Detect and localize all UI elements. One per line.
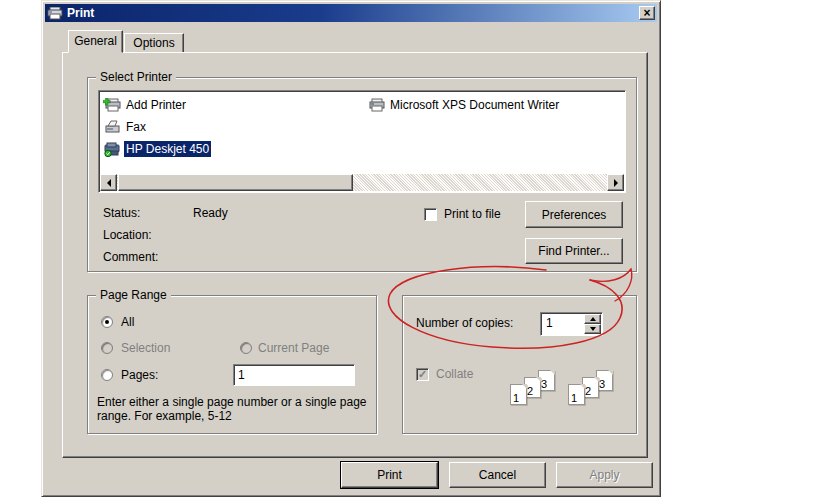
radio-selection-label: Selection [121, 341, 170, 355]
page-range-help-text: Enter either a single page number or a s… [97, 395, 375, 423]
collate-label: Collate [436, 367, 473, 381]
collate-page-number: 1 [513, 392, 519, 404]
printer-name: Microsoft XPS Document Writer [388, 97, 561, 113]
collate-page-number: 2 [527, 385, 533, 397]
status-value: Ready [193, 206, 228, 220]
preferences-button-label: Preferences [542, 208, 607, 222]
list-item-selected[interactable]: HP Deskjet 450 [103, 140, 211, 158]
default-printer-icon [103, 142, 121, 157]
spin-down-icon [590, 327, 596, 331]
collate-check-icon: ✓ [418, 369, 427, 380]
print-to-file-label: Print to file [444, 207, 501, 221]
number-of-copies-value[interactable]: 1 [546, 316, 553, 330]
preferences-button[interactable]: Preferences [525, 201, 623, 228]
tab-page-general: Select Printer Add Printer [62, 52, 648, 458]
cancel-button-label: Cancel [479, 468, 516, 482]
pages-input[interactable]: 1 [233, 364, 355, 386]
printer-list[interactable]: Add Printer Fax [98, 90, 626, 193]
scroll-left-icon [107, 179, 111, 187]
printer-name: Fax [124, 119, 148, 135]
scroll-right-icon [614, 179, 618, 187]
add-printer-icon [103, 98, 121, 113]
tab-general-label: General [74, 34, 117, 48]
tab-options-label: Options [133, 36, 174, 50]
radio-all[interactable] [101, 316, 113, 328]
print-button-label: Print [377, 468, 402, 482]
close-icon: × [643, 7, 650, 19]
number-of-copies-label: Number of copies: [416, 316, 513, 330]
number-of-copies-spinner[interactable]: 1 [540, 312, 603, 336]
scroll-right-button[interactable] [607, 174, 624, 191]
radio-selection[interactable] [101, 342, 113, 354]
scrollbar-thumb[interactable] [118, 174, 353, 191]
printer-name: HP Deskjet 450 [124, 141, 211, 157]
collate-checkbox[interactable]: ✓ [416, 368, 429, 381]
page-range-group: Page Range All Selection Current Page Pa… [87, 295, 377, 434]
window-title: Print [67, 6, 639, 20]
collate-page-number: 3 [599, 378, 605, 390]
printer-name: Add Printer [124, 97, 188, 113]
list-item[interactable]: Fax [103, 118, 148, 136]
radio-pages-label[interactable]: Pages: [121, 368, 158, 382]
find-printer-button[interactable]: Find Printer... [525, 238, 623, 264]
list-item[interactable]: Add Printer [103, 96, 188, 114]
cancel-button[interactable]: Cancel [449, 462, 546, 488]
page-range-group-label: Page Range [96, 288, 171, 302]
spin-down-button[interactable] [584, 324, 601, 334]
apply-button-label: Apply [589, 468, 619, 482]
horizontal-scrollbar[interactable] [100, 174, 624, 191]
fax-icon [103, 120, 121, 135]
spin-up-icon [590, 317, 596, 321]
printer-icon [367, 98, 385, 113]
close-button[interactable]: × [639, 6, 655, 20]
apply-button[interactable]: Apply [556, 462, 653, 488]
scroll-left-button[interactable] [100, 174, 117, 191]
copies-group: Number of copies: 1 ✓ Collate 3 2 1 3 2 [402, 295, 637, 434]
radio-all-label[interactable]: All [121, 315, 134, 329]
find-printer-button-label: Find Printer... [538, 244, 609, 258]
print-dialog: Print × General Options Select Printer [41, 0, 661, 497]
tab-options[interactable]: Options [124, 33, 184, 53]
select-printer-group: Select Printer Add Printer [87, 77, 637, 272]
print-to-file-checkbox[interactable] [424, 208, 437, 221]
radio-current-page-label: Current Page [258, 341, 329, 355]
collate-page-number: 2 [585, 385, 591, 397]
collate-pages-icon: 3 2 1 [503, 370, 555, 414]
select-printer-group-label: Select Printer [96, 70, 176, 84]
location-label: Location: [103, 228, 152, 242]
tab-general[interactable]: General [68, 30, 123, 53]
titlebar[interactable]: Print × [45, 4, 657, 22]
comment-label: Comment: [103, 250, 158, 264]
printer-title-icon [47, 7, 63, 20]
spin-up-button[interactable] [584, 314, 601, 324]
collate-pages-icon: 3 2 1 [561, 370, 613, 414]
collate-page-number: 3 [541, 378, 547, 390]
radio-current-page[interactable] [240, 342, 252, 354]
print-button[interactable]: Print [341, 462, 438, 488]
list-item[interactable]: Microsoft XPS Document Writer [367, 96, 561, 114]
radio-pages[interactable] [101, 369, 113, 381]
collate-page-number: 1 [571, 392, 577, 404]
status-label: Status: [103, 206, 140, 220]
